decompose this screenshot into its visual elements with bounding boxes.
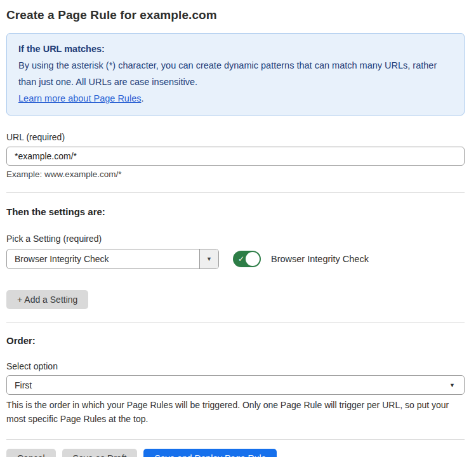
info-box-heading: If the URL matches: [18, 41, 453, 57]
setting-select[interactable]: Browser Integrity Check ▼ [6, 249, 219, 269]
info-box-link-line: Learn more about Page Rules. [18, 90, 453, 107]
toggle-label: Browser Integrity Check [271, 254, 369, 264]
cancel-button[interactable]: Cancel [6, 449, 56, 457]
url-field-label: URL (required) [6, 132, 465, 142]
browser-integrity-toggle[interactable]: ✓ [233, 251, 261, 267]
page-title: Create a Page Rule for example.com [6, 8, 465, 22]
link-suffix: . [141, 93, 143, 103]
save-and-deploy-button[interactable]: Save and Deploy Page Rule [143, 449, 277, 457]
setting-select-value: Browser Integrity Check [7, 249, 199, 268]
order-helper-text: This is the order in which your Page Rul… [6, 398, 465, 426]
order-select-value: First [15, 380, 32, 390]
divider [6, 439, 465, 440]
page-rule-form: Create a Page Rule for example.com If th… [6, 0, 465, 457]
toggle-knob [246, 252, 260, 266]
setting-row: Browser Integrity Check ▼ ✓ Browser Inte… [6, 249, 465, 269]
order-select-label: Select option [6, 361, 465, 371]
save-as-draft-button[interactable]: Save as Draft [62, 449, 138, 457]
order-section-heading: Order: [6, 335, 465, 346]
url-matches-info-box: If the URL matches: By using the asteris… [6, 33, 465, 116]
chevron-down-icon: ▼ [206, 256, 212, 262]
setting-picker-label: Pick a Setting (required) [6, 234, 465, 244]
url-field-helper: Example: www.example.com/* [6, 169, 465, 179]
add-setting-button[interactable]: + Add a Setting [6, 290, 88, 309]
setting-select-arrow-button[interactable]: ▼ [199, 249, 218, 268]
learn-more-link[interactable]: Learn more about Page Rules [18, 93, 141, 103]
settings-section-heading: Then the settings are: [6, 206, 465, 217]
check-icon: ✓ [238, 255, 244, 263]
footer-actions: Cancel Save as Draft Save and Deploy Pag… [6, 449, 465, 457]
order-select[interactable]: First ▼ [6, 375, 465, 395]
divider [6, 192, 465, 193]
divider [6, 322, 465, 323]
info-box-body: By using the asterisk (*) character, you… [18, 57, 453, 90]
chevron-down-icon: ▼ [449, 382, 455, 388]
url-input[interactable] [6, 147, 465, 166]
